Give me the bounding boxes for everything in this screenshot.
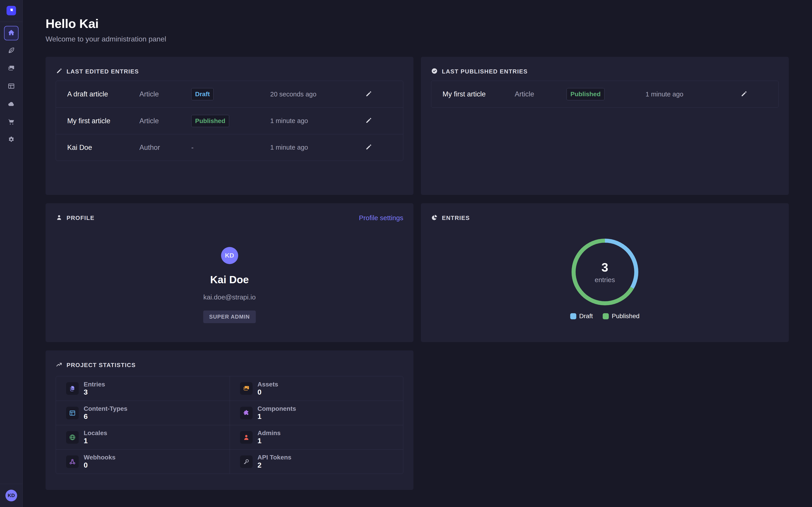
stat-label: Webhooks [84,454,115,461]
profile-settings-link[interactable]: Profile settings [359,214,403,222]
stat-api-tokens: API Tokens2 [230,449,403,474]
chart-legend: Draft Published [570,313,640,320]
profile-header: PROFILE Profile settings [56,214,403,222]
sidebar-item-cloud[interactable] [4,97,18,112]
stat-value: 1 [84,437,88,445]
last-published-table: My first article Article Published 1 min… [431,81,779,108]
legend-label: Published [612,313,640,320]
stat-webhooks: Webhooks0 [56,449,230,474]
trending-up-icon [56,361,62,369]
card-title: PROJECT STATISTICS [66,362,136,369]
sidebar-item-content-manager[interactable] [4,44,18,58]
content-type-layout-icon [7,82,15,91]
edit-entry-button[interactable] [365,144,372,152]
stat-label: Locales [84,430,107,437]
entry-time: 1 minute ago [270,117,365,125]
sidebar-item-content-type-builder[interactable] [4,79,18,94]
published-swatch [603,313,609,319]
last-edited-entries-card: LAST EDITED ENTRIES A draft article Arti… [46,57,413,195]
stat-label: Admins [258,430,281,437]
entry-title: My first article [443,90,515,98]
legend-item-draft: Draft [570,313,593,320]
card-title: LAST EDITED ENTRIES [66,68,139,75]
card-title: ENTRIES [442,215,470,222]
profile-card: PROFILE Profile settings KD Kai Doe kai.… [46,203,413,342]
profile-email: kai.doe@strapi.io [203,293,256,301]
pie-chart-icon [431,214,438,222]
pencil-icon [365,121,372,125]
globe-icon [66,431,79,444]
entry-title: My first article [67,117,139,125]
last-published-entries-card: LAST PUBLISHED ENTRIES My first article … [421,57,789,195]
legend-label: Draft [579,313,593,320]
strapi-logo-icon [8,7,15,14]
pencil-icon [56,68,62,75]
stat-label: Entries [84,381,105,388]
status-empty: - [191,144,270,152]
entries-chart-card: ENTRIES 3 entries Draft Publis [421,203,789,342]
key-icon [240,455,253,468]
table-row: My first article Article Published 1 min… [431,81,778,108]
stat-value: 0 [84,461,88,469]
check-circle-icon [431,68,438,75]
entry-type: Author [139,144,191,152]
project-statistics-header: PROJECT STATISTICS [56,361,403,369]
entry-time: 20 seconds ago [270,91,365,98]
marketplace-cart-icon [7,118,15,126]
sidebar-item-marketplace[interactable] [4,115,18,129]
strapi-logo[interactable] [6,6,16,15]
user-icon [240,431,253,444]
page-subtitle: Welcome to your administration panel [46,35,789,43]
sidebar: KD [0,0,23,507]
role-badge: SUPER ADMIN [203,311,256,323]
entry-time: 1 minute ago [646,91,740,98]
stats-table: Entries3 Assets0 Content-Types6 Componen… [56,376,403,474]
entry-title: Kai Doe [67,144,139,152]
entries-header: ENTRIES [431,214,779,222]
cloud-icon [7,100,15,109]
status-badge: Published [191,115,229,127]
profile-avatar: KD [221,247,238,264]
last-edited-header: LAST EDITED ENTRIES [56,68,403,75]
pencil-icon [365,148,372,152]
file-icon [66,382,79,395]
entries-donut: 3 entries [571,239,638,305]
sidebar-item-media-library[interactable] [4,61,18,76]
entries-count-label: entries [595,276,615,284]
settings-gear-icon [7,136,15,144]
last-published-header: LAST PUBLISHED ENTRIES [431,68,779,75]
stat-value: 0 [258,388,262,396]
stat-locales: Locales1 [56,425,230,449]
dashboard-grid: LAST EDITED ENTRIES A draft article Arti… [46,57,789,490]
entry-time: 1 minute ago [270,144,365,151]
content-feather-icon [7,47,15,55]
stat-components: Components1 [230,401,403,425]
sidebar-item-home[interactable] [4,26,18,40]
stat-label: Assets [258,381,278,388]
edit-entry-button[interactable] [365,117,372,125]
donut-center: 3 entries [576,243,634,301]
edit-entry-button[interactable] [365,90,372,98]
stat-label: Content-Types [84,405,128,412]
stat-value: 3 [84,388,88,396]
entry-type: Article [139,90,191,98]
profile-name: Kai Doe [210,274,249,286]
person-icon [56,214,62,222]
home-icon [7,29,15,38]
sidebar-item-settings[interactable] [4,133,18,147]
card-title: LAST PUBLISHED ENTRIES [442,68,527,75]
entry-type: Article [515,90,567,98]
main-content: Hello Kai Welcome to your administration… [23,0,812,490]
stat-assets: Assets0 [230,376,403,401]
entry-type: Article [139,117,191,125]
stat-label: API Tokens [258,454,292,461]
stat-admins: Admins1 [230,425,403,449]
sidebar-user-avatar[interactable]: KD [5,490,17,501]
last-edited-table: A draft article Article Draft 20 seconds… [56,81,403,161]
stat-value: 2 [258,461,262,469]
edit-entry-button[interactable] [740,90,748,98]
stat-value: 6 [84,412,88,420]
entry-title: A draft article [67,90,139,98]
legend-item-published: Published [603,313,640,320]
draft-swatch [570,313,576,319]
